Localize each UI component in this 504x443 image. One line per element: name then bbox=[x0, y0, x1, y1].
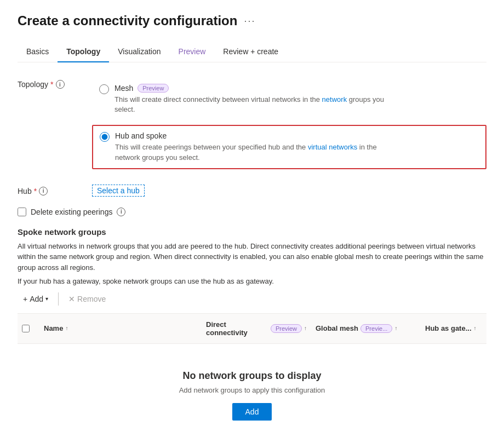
global-mesh-preview-badge: Previe... bbox=[360, 324, 392, 333]
topology-hub-spoke-description: This will create peerings between your s… bbox=[115, 142, 389, 162]
form-section: Topology * i Mesh Preview This will crea… bbox=[18, 78, 486, 443]
select-hub-link[interactable]: Select a hub bbox=[92, 185, 145, 197]
topology-hub-spoke-label-group: Hub and spoke This will create peerings … bbox=[115, 131, 389, 162]
th-hub-as-gate[interactable]: Hub as gate... ↑ bbox=[421, 318, 486, 339]
spoke-desc-1: All virtual networks in network groups t… bbox=[18, 241, 486, 273]
add-icon: + bbox=[23, 295, 27, 303]
page-title: Create a connectivity configuration bbox=[18, 13, 237, 28]
table-header: Name ↑ Direct connectivity Preview ↑ Glo… bbox=[18, 314, 486, 344]
tab-visualization[interactable]: Visualization bbox=[109, 42, 169, 62]
th-direct-connectivity[interactable]: Direct connectivity Preview ↑ bbox=[202, 318, 311, 339]
spoke-section-title: Spoke network groups bbox=[18, 227, 486, 237]
th-name[interactable]: Name ↑ bbox=[39, 318, 202, 339]
hub-field-content: Select a hub bbox=[92, 185, 486, 197]
hub-label: Hub * i bbox=[18, 185, 83, 195]
topology-mesh-title: Mesh Preview bbox=[114, 84, 388, 93]
delete-peerings-row: Delete existing peerings i bbox=[18, 208, 486, 216]
th-global-mesh[interactable]: Global mesh Previe... ↑ bbox=[311, 318, 421, 339]
table-select-all-checkbox[interactable] bbox=[22, 325, 30, 332]
hub-info-icon[interactable]: i bbox=[39, 187, 48, 195]
hub-field-row: Hub * i Select a hub bbox=[18, 185, 486, 197]
tab-preview[interactable]: Preview bbox=[170, 42, 215, 62]
remove-button[interactable]: ✕ Remove bbox=[63, 291, 111, 307]
more-options-icon[interactable]: ··· bbox=[244, 15, 255, 27]
tab-review-create[interactable]: Review + create bbox=[214, 42, 287, 62]
empty-state: No network groups to display Add network… bbox=[18, 344, 486, 443]
th-checkbox bbox=[18, 318, 39, 339]
tab-topology[interactable]: Topology bbox=[58, 42, 109, 62]
add-chevron-icon: ▾ bbox=[45, 296, 48, 302]
th-name-sort-icon: ↑ bbox=[65, 325, 68, 331]
hub-required-indicator: * bbox=[34, 187, 37, 195]
spoke-section: Spoke network groups All virtual network… bbox=[18, 227, 486, 443]
spoke-desc-2: If your hub has a gateway, spoke network… bbox=[18, 276, 486, 287]
direct-connectivity-preview-badge: Preview bbox=[271, 324, 302, 333]
remove-x-icon: ✕ bbox=[68, 295, 75, 303]
mesh-network-link[interactable]: network bbox=[322, 95, 347, 103]
empty-state-title: No network groups to display bbox=[182, 370, 321, 382]
hub-spoke-virtual-link[interactable]: virtual networks bbox=[308, 143, 357, 151]
delete-peerings-info-icon[interactable]: i bbox=[117, 208, 125, 216]
th-hub-as-gate-sort-icon: ↑ bbox=[474, 325, 477, 331]
topology-label: Topology * i bbox=[18, 78, 83, 89]
toolbar-separator bbox=[58, 292, 59, 306]
topology-required-indicator: * bbox=[50, 80, 53, 89]
topology-mesh-description: This will create direct connectivity bet… bbox=[114, 95, 388, 114]
toolbar: + Add ▾ ✕ Remove bbox=[18, 291, 486, 307]
topology-mesh-option: Mesh Preview This will create direct con… bbox=[92, 78, 486, 120]
topology-mesh-radio[interactable] bbox=[99, 84, 109, 94]
empty-state-add-button[interactable]: Add bbox=[232, 403, 272, 421]
table-container: Name ↑ Direct connectivity Preview ↑ Glo… bbox=[18, 313, 486, 443]
page-title-row: Create a connectivity configuration ··· bbox=[18, 13, 486, 28]
add-button[interactable]: + Add ▾ bbox=[18, 291, 54, 307]
tab-basics[interactable]: Basics bbox=[18, 42, 58, 62]
th-global-mesh-sort-icon: ↑ bbox=[394, 325, 397, 331]
th-direct-connectivity-sort-icon: ↑ bbox=[304, 325, 307, 331]
delete-peerings-checkbox[interactable] bbox=[18, 208, 26, 216]
topology-mesh-label-group: Mesh Preview This will create direct con… bbox=[114, 84, 388, 114]
empty-state-description: Add network groups to apply this configu… bbox=[179, 386, 325, 394]
tabs-container: Basics Topology Visualization Preview Re… bbox=[18, 42, 486, 62]
mesh-preview-badge: Preview bbox=[138, 84, 169, 93]
topology-hub-spoke-option: Hub and spoke This will create peerings … bbox=[92, 125, 486, 169]
topology-hub-spoke-title: Hub and spoke bbox=[115, 131, 389, 140]
topology-hub-spoke-radio[interactable] bbox=[100, 132, 110, 142]
topology-options: Mesh Preview This will create direct con… bbox=[92, 78, 486, 174]
topology-info-icon[interactable]: i bbox=[56, 80, 65, 89]
topology-field-row: Topology * i Mesh Preview This will crea… bbox=[18, 78, 486, 174]
